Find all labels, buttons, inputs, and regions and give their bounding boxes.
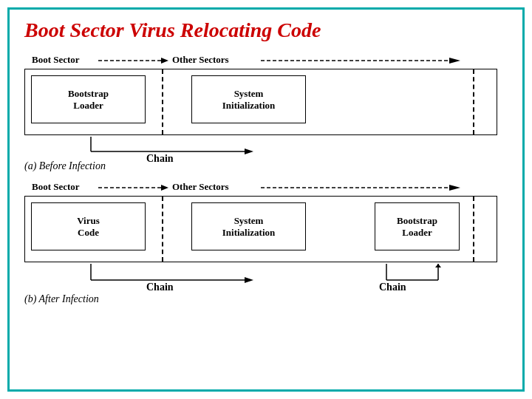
svg-marker-17 — [435, 264, 441, 267]
chain-arrows-b — [24, 264, 497, 290]
virus-code-box-b: VirusCode — [31, 202, 146, 250]
header-arrow-a — [24, 52, 497, 69]
chain-label-b-right: Chain — [379, 282, 406, 293]
svg-marker-3 — [449, 58, 460, 64]
bootstrap-loader-label-a: BootstrapLoader — [68, 88, 109, 112]
dashed-right-b — [473, 197, 474, 262]
header-arrow-b — [24, 180, 497, 196]
bootstrap-loader-label-b: BootstrapLoader — [397, 215, 437, 239]
sysint-box-b: SystemInitialization — [191, 202, 306, 250]
chain-area-b: Chain Chain — [24, 264, 497, 290]
svg-marker-13 — [245, 277, 253, 283]
diagram-b-header: Boot Sector Other Sectors — [24, 180, 497, 196]
diagram-b-section: Boot Sector Other Sectors VirusCode Syst… — [24, 180, 508, 305]
bootstrap-loader-box-b: BootstrapLoader — [375, 202, 460, 250]
chain-label-b-left: Chain — [146, 282, 174, 293]
sysint-label-a: SystemInitialization — [222, 88, 276, 112]
page-title: Boot Sector Virus Relocating Code — [24, 18, 508, 42]
svg-marker-6 — [245, 149, 253, 154]
sysint-label-b: SystemInitialization — [222, 215, 276, 239]
svg-marker-1 — [161, 58, 168, 64]
diagram-a-box: BootstrapLoader SystemInitialization — [24, 69, 497, 135]
bootstrap-loader-box-a: BootstrapLoader — [31, 75, 146, 123]
chain-arrow-a — [24, 137, 497, 157]
dashed-right-a — [473, 69, 474, 134]
chain-area-a: Chain — [24, 137, 497, 157]
diagram-a-header: Boot Sector Other Sectors — [24, 52, 497, 69]
diagram-a-label: (a) Before Infection — [24, 160, 508, 172]
sysint-box-a: SystemInitialization — [191, 75, 306, 123]
diagram-a-section: Boot Sector Other Sectors BootstrapLoade… — [24, 52, 508, 172]
dashed-sep-a — [162, 69, 163, 134]
diagram-b-label: (b) After Infection — [24, 293, 508, 305]
virus-code-label-b: VirusCode — [77, 215, 100, 239]
diagram-b-box: VirusCode SystemInitialization Bootstrap… — [24, 196, 497, 262]
outer-border: Boot Sector Virus Relocating Code Boot S… — [7, 7, 525, 392]
dashed-sep-b — [162, 197, 163, 262]
svg-marker-10 — [449, 185, 460, 191]
chain-label-a: Chain — [146, 153, 174, 165]
svg-marker-8 — [161, 185, 168, 191]
